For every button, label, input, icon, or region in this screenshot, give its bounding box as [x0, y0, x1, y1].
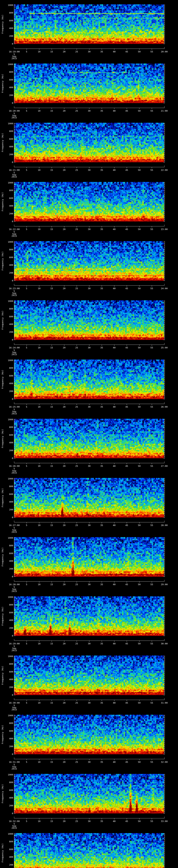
time-tick-label: 50 [134, 406, 144, 408]
spectrogram-panel: 10008006004002000Frequency (Hz)16:20:005… [0, 60, 178, 119]
time-tick-label: 10 [34, 406, 44, 408]
freq-tick-label: 200 [3, 508, 13, 511]
spectrogram-panel: 10008006004002000Frequency (Hz)16:22:005… [0, 178, 178, 237]
frequency-axis-title: Frequency (Hz) [1, 362, 4, 397]
time-tick-label: 5 [21, 51, 32, 53]
freq-tick-label: 1000 [3, 596, 13, 598]
freq-tick-label: 200 [3, 35, 13, 37]
time-tick-label: 15 [47, 287, 57, 290]
time-tick-label: 15 [47, 583, 57, 586]
time-tick-label: 25 [71, 228, 82, 230]
freq-tick-label: 1000 [3, 833, 13, 835]
freq-tick-label: 600 [3, 375, 13, 377]
time-tick-label: 40 [109, 406, 119, 408]
panel-end-time-label: 20:00 [157, 51, 171, 53]
panel-end-time-label: 27:00 [157, 465, 171, 467]
time-tick-label: 30 [84, 702, 94, 704]
freq-tick-label: 600 [3, 256, 13, 259]
freq-tick-label: 0 [3, 398, 13, 400]
time-tick-label: 10 [34, 169, 44, 172]
time-tick-label: 10 [34, 643, 44, 645]
time-tick-label: 35 [96, 51, 107, 53]
time-tick-label: 55 [147, 643, 157, 645]
time-tick-label: 5 [21, 583, 32, 586]
date-label: 2015 [4, 649, 25, 652]
time-tick-label: 35 [96, 524, 107, 527]
freq-tick-label: 600 [3, 789, 13, 792]
freq-tick-label: 0 [3, 43, 13, 45]
freq-tick-label: 800 [3, 308, 13, 310]
date-label: 2015 [4, 176, 25, 178]
time-tick-label: 20 [59, 583, 69, 586]
time-tick-label: 30 [84, 524, 94, 527]
time-tick-label: 10 [34, 702, 44, 704]
frequency-axis-title: Frequency (Hz) [1, 717, 4, 752]
freq-tick-label: 400 [3, 264, 13, 266]
time-tick-label: 15 [47, 524, 57, 527]
time-tick-label: 5 [21, 346, 32, 349]
freq-tick-label: 200 [3, 449, 13, 452]
time-tick-label: 35 [96, 169, 107, 172]
panel-end-time-label: 21:00 [157, 110, 171, 112]
time-tick-label: 55 [147, 702, 157, 704]
time-tick-label: 20 [59, 820, 69, 823]
panel-end-time-label: 23:00 [157, 228, 171, 230]
time-tick-label: 25 [71, 346, 82, 349]
time-tick-label: 10 [34, 110, 44, 112]
spectrogram-figure: 10008006004002000Frequency (Hz)16:19:005… [0, 0, 178, 868]
time-tick-label: 45 [121, 583, 132, 586]
frequency-axis-title: Frequency (Hz) [1, 7, 4, 41]
freq-tick-label: 200 [3, 272, 13, 274]
spectrogram-panel: 10008006004002000Frequency (Hz)16:33:005… [0, 829, 178, 868]
time-tick-label: 50 [134, 761, 144, 763]
time-tick-label: 15 [47, 228, 57, 230]
date-label: 2015 [4, 353, 25, 356]
panel-end-time-label: 25:00 [157, 346, 171, 349]
time-tick-label: 10 [34, 51, 44, 53]
spectrogram-panel: 10008006004002000Frequency (Hz)16:30:005… [0, 652, 178, 711]
freq-tick-label: 1000 [3, 4, 13, 6]
time-tick-label: 15 [47, 465, 57, 467]
time-tick-label: 40 [109, 524, 119, 527]
time-tick-label: 50 [134, 287, 144, 290]
time-tick-label: 10 [34, 228, 44, 230]
date-label: 2015 [4, 235, 25, 237]
time-tick-label: 35 [96, 820, 107, 823]
freq-tick-label: 800 [3, 130, 13, 132]
time-tick-label: 30 [84, 820, 94, 823]
time-tick-label: 45 [121, 406, 132, 408]
time-tick-label: 25 [71, 110, 82, 112]
time-tick-label: 20 [59, 110, 69, 112]
time-tick-label: 25 [71, 820, 82, 823]
spectrogram-panel: 10008006004002000Frequency (Hz)16:26:005… [0, 415, 178, 474]
time-tick-label: 25 [71, 761, 82, 763]
freq-tick-label: 800 [3, 367, 13, 369]
panel-end-time-label: 28:00 [157, 524, 171, 527]
frequency-axis-title: Frequency (Hz) [1, 125, 4, 160]
time-tick-label: 40 [109, 702, 119, 704]
spectrogram-panel: 10008006004002000Frequency (Hz)16:29:005… [0, 592, 178, 652]
freq-tick-label: 800 [3, 663, 13, 665]
time-tick-label: 15 [47, 110, 57, 112]
time-tick-label: 10 [34, 346, 44, 349]
time-tick-label: 45 [121, 702, 132, 704]
time-tick-label: 35 [96, 761, 107, 763]
freq-tick-label: 0 [3, 753, 13, 755]
time-tick-label: 15 [47, 643, 57, 645]
time-tick-label: 10 [34, 583, 44, 586]
time-tick-label: 55 [147, 761, 157, 763]
time-tick-label: 45 [121, 524, 132, 527]
time-tick-label: 25 [71, 643, 82, 645]
time-tick-label: 20 [59, 524, 69, 527]
time-tick-label: 35 [96, 583, 107, 586]
frequency-axis-title: Frequency (Hz) [1, 599, 4, 633]
time-tick-label: 20 [59, 406, 69, 408]
freq-tick-label: 400 [3, 619, 13, 621]
time-tick-label: 50 [134, 643, 144, 645]
freq-tick-label: 400 [3, 441, 13, 444]
freq-tick-label: 600 [3, 138, 13, 140]
freq-tick-label: 1000 [3, 63, 13, 66]
freq-tick-label: 1000 [3, 241, 13, 243]
time-tick-label: 40 [109, 169, 119, 172]
freq-tick-label: 800 [3, 722, 13, 724]
